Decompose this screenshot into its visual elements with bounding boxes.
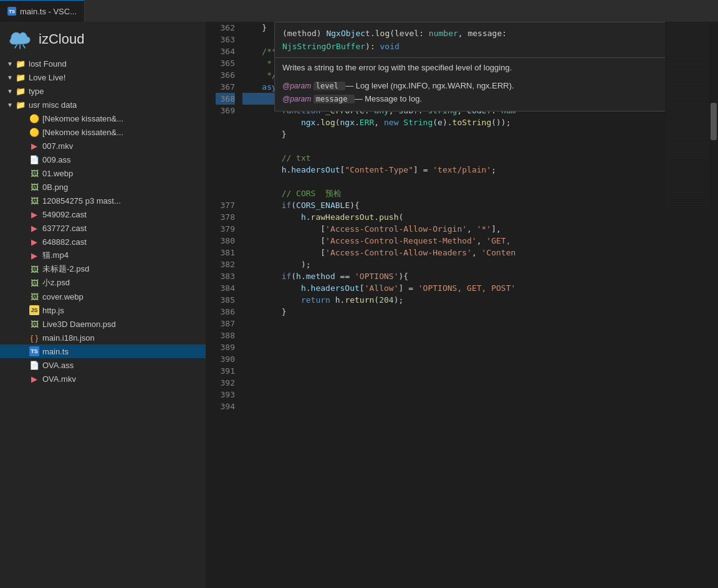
code-line-381: h.headersOut["Content-Type"] = 'text/pla… xyxy=(242,164,665,176)
video-icon: ▶ xyxy=(29,140,40,151)
item-label: Love Live! xyxy=(29,73,65,82)
img-icon: 🖼 xyxy=(29,168,40,179)
code-line-388: ['Access-Control-Allow-Headers', 'Conten xyxy=(242,247,665,258)
arrow-icon: ▼ xyxy=(5,88,15,95)
code-line-386: ['Access-Control-Allow-Origin', '*'], xyxy=(242,223,665,235)
tab-main-ts[interactable]: TS main.ts - VSC... xyxy=(0,0,85,22)
video-icon: ▶ xyxy=(29,373,40,384)
js-icon: JS xyxy=(29,305,40,316)
code-line-394 xyxy=(242,318,665,330)
line-num-367: 367 xyxy=(216,81,235,93)
sidebar-item-007mkv[interactable]: ▶ 007.mkv xyxy=(0,139,206,153)
line-num-366: 366 xyxy=(216,69,235,81)
tab-bar: TS main.ts - VSC... xyxy=(0,0,718,22)
code-line-385: h.rawHeadersOut.push( xyxy=(242,211,665,223)
sidebar-item-120854275[interactable]: 🖼 120854275 p3 mast... xyxy=(0,194,206,207)
file-icon: 🟡 xyxy=(29,126,40,138)
sidebar-item-648882cast[interactable]: ▶ 648882.cast xyxy=(0,235,206,249)
tooltip-type-njs: NjsStringOrBuffer xyxy=(282,42,365,51)
tooltip-param2-name: message xyxy=(314,95,355,103)
code-line-389: ); xyxy=(242,258,665,270)
item-label: 120854275 p3 mast... xyxy=(42,196,121,206)
sidebar-item-009ass[interactable]: 📄 009.ass xyxy=(0,153,206,166)
sidebar-item-01webp[interactable]: 🖼 01.webp xyxy=(0,166,206,180)
line-num-381: 381 xyxy=(216,247,235,258)
code-line-378: } xyxy=(242,128,665,140)
sidebar-item-catmp4[interactable]: ▶ 猫.mp4 xyxy=(0,249,206,262)
code-content[interactable]: } /** * 用于njs调用的主函数 */ async function ma… xyxy=(240,22,665,588)
tooltip-param2: @param message — Message to log. xyxy=(282,93,665,106)
code-line-383: // CORS 预检 xyxy=(242,187,665,199)
tooltip-param1-desc: — Log level (ngx.INFO, ngx.WARN, ngx.ERR… xyxy=(345,81,514,90)
sidebar-item-nekomoe1[interactable]: 🟡 [Nekomoe kissaten&... xyxy=(0,111,206,125)
item-label: Live3D Daemon.psd xyxy=(42,320,116,329)
item-label: 009.ass xyxy=(42,155,71,164)
sidebar-header: izCloud xyxy=(0,22,206,57)
tooltip-method-prefix: (method) xyxy=(282,29,326,38)
sidebar-item-549092cast[interactable]: ▶ 549092.cast xyxy=(0,207,206,221)
sidebar-item-type[interactable]: ▼ 📁 type xyxy=(0,84,206,98)
item-label: 未标题-2.psd xyxy=(42,263,89,275)
arrow-icon: ▼ xyxy=(5,102,15,108)
tooltip-param1-label: @param xyxy=(282,82,311,90)
item-label: usr misc data xyxy=(29,100,77,110)
sidebar-item-maini18n[interactable]: { } main.i18n.json xyxy=(0,331,206,344)
sidebar-item-live3d[interactable]: 🖼 Live3D Daemon.psd xyxy=(0,317,206,331)
line-numbers: 362 363 364 365 366 367 368 369 377 378 … xyxy=(206,22,240,588)
sidebar-item-love-live[interactable]: ▼ 📁 Love Live! xyxy=(0,70,206,84)
sidebar-item-nekomoe2[interactable]: 🟡 [Nekomoe kissaten&... xyxy=(0,125,206,139)
line-num-390: 390 xyxy=(216,353,235,365)
sidebar-item-ovamkv[interactable]: ▶ OVA.mkv xyxy=(0,372,206,386)
sidebar-item-usr-misc-data[interactable]: ▼ 📁 usr misc data xyxy=(0,98,206,111)
item-label: 小z.psd xyxy=(42,277,70,288)
line-num-388: 388 xyxy=(216,330,235,341)
code-line-387: ['Access-Control-Request-Method', 'GET, xyxy=(242,235,665,247)
line-num-392: 392 xyxy=(216,377,235,389)
img-icon: 🖼 xyxy=(29,291,40,302)
tooltip-desc-text: Writes a string to the error log with th… xyxy=(282,63,512,72)
tooltip-dot: . xyxy=(370,29,375,38)
ts-icon: TS xyxy=(7,7,16,16)
scrollbar-track[interactable] xyxy=(709,22,718,588)
line-num-365: 365 xyxy=(216,57,235,69)
code-line-382 xyxy=(242,176,665,187)
tooltip-comma: , message: xyxy=(458,29,507,38)
item-label: lost Found xyxy=(29,59,67,69)
psd-icon: 🖼 xyxy=(29,277,40,288)
sidebar-item-untitled2psd[interactable]: 🖼 未标题-2.psd xyxy=(0,262,206,276)
item-label: 007.mkv xyxy=(42,141,73,151)
sidebar-item-lost-found[interactable]: ▼ 📁 lost Found xyxy=(0,57,206,70)
tooltip-param2-label: @param xyxy=(282,95,311,103)
svg-line-0 xyxy=(15,45,17,48)
line-num-378: 378 xyxy=(216,211,235,223)
editor-area: 362 363 364 365 366 367 368 369 377 378 … xyxy=(206,22,718,588)
cast-icon: ▶ xyxy=(29,236,40,247)
item-label: main.ts xyxy=(42,347,69,356)
scrollbar-thumb[interactable] xyxy=(711,103,717,140)
sidebar-item-xiaozpsd[interactable]: 🖼 小z.psd xyxy=(0,276,206,290)
sidebar-item-0bpng[interactable]: 🖼 0B.png xyxy=(0,180,206,194)
line-num-394: 394 xyxy=(216,401,235,412)
video-icon: ▶ xyxy=(29,250,40,261)
sidebar-item-maints[interactable]: TS main.ts xyxy=(0,344,206,358)
psd-icon: 🖼 xyxy=(29,318,40,330)
tooltip-spacer xyxy=(216,116,235,199)
sidebar-item-coverwebp[interactable]: 🖼 cover.webp xyxy=(0,290,206,303)
line-num-389: 389 xyxy=(216,341,235,353)
sidebar-item-httpjs[interactable]: JS http.js xyxy=(0,303,206,317)
sidebar-item-637727cast[interactable]: ▶ 637727.cast xyxy=(0,221,206,235)
tooltip-type-number: number xyxy=(429,29,458,38)
line-num-382: 382 xyxy=(216,258,235,270)
arrow-icon: ▼ xyxy=(5,74,15,81)
item-label: OVA.ass xyxy=(42,361,74,370)
code-line-393: } xyxy=(242,306,665,318)
tooltip-class: NgxObject xyxy=(326,29,370,38)
sidebar-item-ovaass[interactable]: 📄 OVA.ass xyxy=(0,358,206,372)
line-num-379: 379 xyxy=(216,223,235,235)
item-label: 0B.png xyxy=(42,183,68,192)
folder-icon: 📁 xyxy=(15,58,26,69)
code-line-379 xyxy=(242,140,665,152)
img-icon: 🖼 xyxy=(29,195,40,206)
tooltip-close: ): xyxy=(365,42,380,51)
folder-icon: 📁 xyxy=(15,99,26,110)
